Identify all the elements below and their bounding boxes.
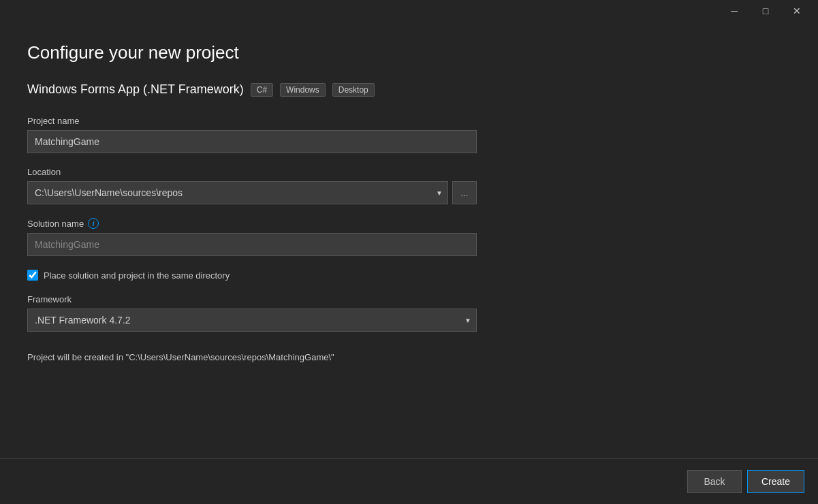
main-window: ─ □ ✕ Configure your new project Windows… [0,0,818,504]
location-select[interactable]: C:\Users\UserName\sources\repos [27,181,448,204]
framework-select[interactable]: .NET Framework 4.7.2 .NET Framework 4.8 … [27,309,477,332]
bottom-bar: Back Create [0,458,818,504]
project-name-label: Project name [27,116,791,126]
solution-name-input[interactable] [27,233,477,256]
framework-label: Framework [27,294,791,304]
framework-select-wrapper: .NET Framework 4.7.2 .NET Framework 4.8 … [27,309,477,332]
solution-name-label: Solution name i [27,218,791,229]
project-type-name: Windows Forms App (.NET Framework) [27,82,244,97]
back-button[interactable]: Back [687,470,742,493]
tag-windows: Windows [280,83,326,97]
solution-name-group: Solution name i [27,218,791,256]
same-directory-label[interactable]: Place solution and project in the same d… [44,270,230,281]
page-title: Configure your new project [27,42,791,63]
title-bar: ─ □ ✕ [0,0,818,22]
location-label: Location [27,167,791,177]
project-type-row: Windows Forms App (.NET Framework) C# Wi… [27,82,791,97]
browse-button[interactable]: ... [452,181,477,204]
tag-desktop: Desktop [332,83,375,97]
location-select-wrapper: C:\Users\UserName\sources\repos ▼ [27,181,448,204]
main-content: Configure your new project Windows Forms… [0,22,818,458]
maximize-button[interactable]: □ [750,0,781,22]
same-directory-checkbox[interactable] [27,270,38,281]
location-row: C:\Users\UserName\sources\repos ▼ ... [27,181,791,204]
same-directory-checkbox-row: Place solution and project in the same d… [27,270,791,281]
create-button[interactable]: Create [747,470,804,493]
close-button[interactable]: ✕ [781,0,813,22]
location-group: Location C:\Users\UserName\sources\repos… [27,167,791,204]
project-name-input[interactable] [27,130,477,153]
project-name-group: Project name [27,116,791,153]
framework-group: Framework .NET Framework 4.7.2 .NET Fram… [27,294,791,332]
project-path-info: Project will be created in "C:\Users\Use… [27,352,791,362]
minimize-button[interactable]: ─ [719,0,750,22]
tag-csharp: C# [251,83,273,97]
solution-name-info-icon[interactable]: i [88,218,99,229]
